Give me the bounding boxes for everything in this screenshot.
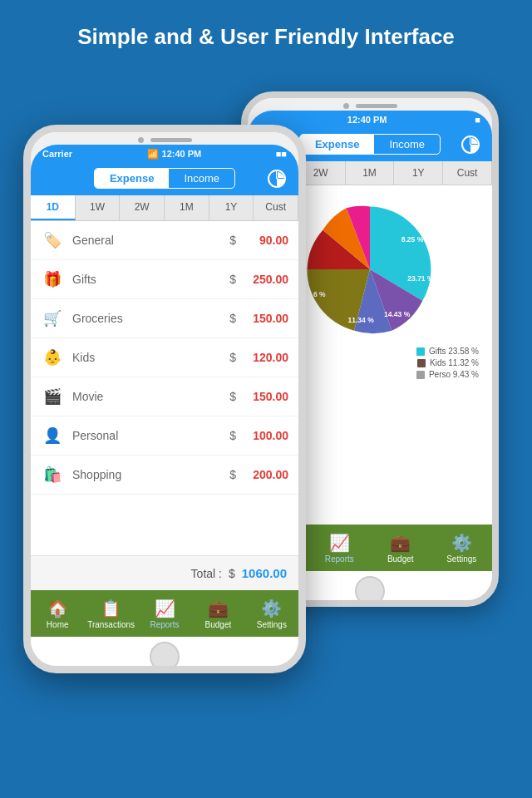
- front-chart-icon[interactable]: [265, 167, 288, 190]
- movie-dollar: $: [229, 390, 236, 403]
- pie-chart: 8.25 % 23.71 % 14.43 % 11.34 % 6 %: [291, 199, 449, 340]
- groceries-amount: 150.00: [243, 312, 288, 325]
- svg-text:8.25 %: 8.25 %: [401, 235, 424, 244]
- front-expense-tab[interactable]: Expense: [95, 169, 169, 188]
- front-filter-1w[interactable]: 1W: [76, 195, 121, 220]
- back-filter-cust[interactable]: Cust: [443, 161, 492, 185]
- expense-list: 🏷️ General $ 90.00 🎁 Gifts $ 250.00 🛒 Gr…: [31, 221, 298, 555]
- expense-row-gifts[interactable]: 🎁 Gifts $ 250.00: [31, 260, 298, 299]
- general-dollar: $: [229, 234, 236, 247]
- general-amount: 90.00: [243, 234, 288, 247]
- front-nav-reports[interactable]: 📈 Reports: [138, 594, 191, 633]
- reports-label: Reports: [150, 620, 180, 629]
- gifts-name: Gifts: [72, 273, 229, 286]
- front-income-tab[interactable]: Income: [169, 169, 234, 188]
- movie-name: Movie: [72, 390, 229, 403]
- front-battery: ■■: [276, 149, 287, 159]
- personal-dollar: $: [229, 429, 236, 442]
- expense-row-groceries[interactable]: 🛒 Groceries $ 150.00: [31, 299, 298, 338]
- expense-row-shopping[interactable]: 🛍️ Shopping $ 200.00: [31, 456, 298, 495]
- total-row: Total : $ 1060.00: [31, 555, 298, 590]
- front-home-button[interactable]: [150, 642, 180, 672]
- front-filter-2w[interactable]: 2W: [120, 195, 165, 220]
- front-nav-budget[interactable]: 💼 Budget: [191, 594, 244, 633]
- back-nav-budget[interactable]: 💼 Budget: [370, 529, 431, 568]
- legend-gifts: Gifts 23.58 %: [416, 347, 479, 356]
- gifts-dollar: $: [229, 273, 236, 286]
- back-battery: ■: [475, 115, 480, 125]
- kids-icon: 👶: [41, 346, 64, 369]
- front-time: 12:40 PM: [162, 149, 202, 159]
- front-filter-1m[interactable]: 1M: [165, 195, 209, 220]
- back-filter-1m[interactable]: 1M: [346, 161, 395, 185]
- front-filter-cust[interactable]: Cust: [254, 195, 298, 220]
- personal-amount: 100.00: [243, 429, 288, 442]
- expense-row-kids[interactable]: 👶 Kids $ 120.00: [31, 338, 298, 377]
- back-expense-tab[interactable]: Expense: [300, 135, 374, 154]
- kids-name: Kids: [72, 351, 229, 364]
- front-filter-1d[interactable]: 1D: [31, 195, 76, 220]
- front-filter-1y[interactable]: 1Y: [209, 195, 254, 220]
- back-segment-control[interactable]: Expense Income: [299, 134, 441, 155]
- back-reports-icon: 📈: [329, 533, 350, 553]
- front-camera-dot: [138, 137, 144, 143]
- kids-amount: 120.00: [243, 351, 288, 364]
- kids-dollar: $: [229, 351, 236, 364]
- budget-icon: 💼: [208, 598, 229, 618]
- total-label: Total :: [191, 567, 222, 580]
- back-home-button[interactable]: [355, 576, 385, 606]
- legend-kids: Kids 11.32 %: [417, 358, 479, 367]
- groceries-name: Groceries: [72, 312, 229, 325]
- page-title: Simple and & User Friendly Interface: [0, 0, 532, 68]
- front-segment-control[interactable]: Expense Income: [94, 168, 235, 189]
- back-income-tab[interactable]: Income: [374, 135, 440, 154]
- general-icon: 🏷️: [41, 229, 64, 252]
- front-nav-transactions[interactable]: 📋 Transactions: [84, 594, 137, 633]
- personal-name: Personal: [72, 429, 229, 442]
- movie-icon: 🎬: [41, 385, 64, 408]
- back-nav-settings[interactable]: ⚙️ Settings: [431, 529, 493, 568]
- svg-text:23.71 %: 23.71 %: [407, 274, 434, 283]
- front-nav-settings[interactable]: ⚙️ Settings: [245, 594, 298, 633]
- legend-perso: Perso 9.43 %: [416, 370, 479, 379]
- front-carrier: Carrier: [42, 149, 72, 159]
- gifts-icon: 🎁: [41, 268, 64, 291]
- shopping-name: Shopping: [72, 468, 229, 481]
- camera-dot: [343, 103, 349, 109]
- front-app-header: Expense Income: [31, 163, 298, 195]
- gifts-amount: 250.00: [243, 273, 288, 286]
- svg-text:14.43 %: 14.43 %: [384, 310, 411, 318]
- shopping-amount: 200.00: [243, 468, 288, 481]
- front-speaker-bar: [150, 138, 192, 142]
- back-budget-icon: 💼: [390, 533, 411, 553]
- transactions-icon: 📋: [101, 598, 121, 618]
- groceries-icon: 🛒: [41, 307, 64, 330]
- front-bottom-nav: 🏠 Home 📋 Transactions 📈 Reports 💼 Budget…: [31, 590, 298, 637]
- groceries-dollar: $: [229, 312, 236, 325]
- phone-front: Carrier 📶 12:40 PM ■■ Expense Income 1D …: [23, 125, 306, 673]
- movie-amount: 150.00: [243, 390, 288, 403]
- front-time-filter: 1D 1W 2W 1M 1Y Cust: [31, 195, 298, 221]
- back-chart-icon[interactable]: [459, 133, 482, 156]
- home-icon: 🏠: [47, 598, 68, 618]
- total-dollar: $: [229, 567, 235, 580]
- total-amount: 1060.00: [242, 566, 287, 580]
- front-status-bar: Carrier 📶 12:40 PM ■■: [31, 145, 298, 163]
- speaker-bar: [356, 104, 397, 108]
- front-phone-screen: Carrier 📶 12:40 PM ■■ Expense Income 1D …: [31, 145, 298, 673]
- back-nav-reports[interactable]: 📈 Reports: [309, 529, 371, 568]
- expense-row-general[interactable]: 🏷️ General $ 90.00: [31, 221, 298, 260]
- expense-row-movie[interactable]: 🎬 Movie $ 150.00: [31, 377, 298, 416]
- svg-text:6 %: 6 %: [313, 290, 326, 298]
- personal-icon: 👤: [41, 424, 64, 447]
- settings-icon: ⚙️: [261, 598, 282, 618]
- svg-text:11.34 %: 11.34 %: [348, 316, 375, 324]
- front-nav-home[interactable]: 🏠 Home: [31, 594, 84, 633]
- shopping-dollar: $: [229, 468, 236, 481]
- back-filter-1y[interactable]: 1Y: [394, 161, 443, 185]
- shopping-icon: 🛍️: [41, 463, 64, 486]
- general-name: General: [72, 234, 229, 247]
- front-wifi-icon: 📶: [147, 149, 159, 160]
- expense-row-personal[interactable]: 👤 Personal $ 100.00: [31, 416, 298, 456]
- back-time: 12:40 PM: [347, 115, 387, 125]
